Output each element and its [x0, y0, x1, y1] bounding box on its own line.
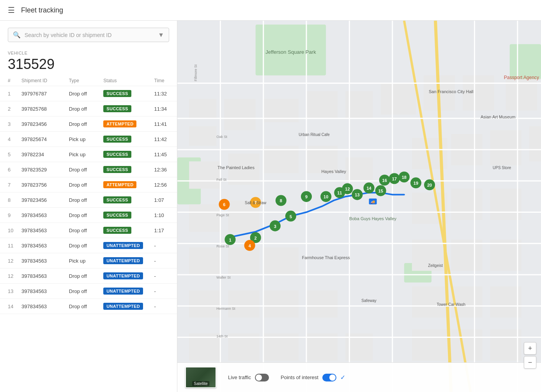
table-row[interactable]: 13 397834563 Drop off UNATTEMPTED -	[0, 284, 177, 299]
vehicle-label: VEHICLE	[8, 51, 169, 55]
status-badge: UNATTEMPTED	[103, 242, 143, 249]
col-num: #	[0, 76, 18, 86]
svg-rect-15	[189, 161, 220, 189]
svg-text:Urban Ritual Cafe: Urban Ritual Cafe	[299, 132, 330, 137]
live-traffic-label: Live traffic	[228, 374, 251, 380]
table-row[interactable]: 10 397834563 Drop off SUCCESS 1:17	[0, 223, 177, 238]
cell-status: UNATTEMPTED	[100, 268, 151, 284]
cell-shipment-id: 397823756	[18, 177, 66, 192]
search-box[interactable]: 🔍 Search by vehicle ID or shipment ID ▼	[8, 28, 169, 42]
svg-rect-31	[263, 247, 299, 275]
poi-toggle-group: Points of interest ✓	[281, 374, 345, 381]
svg-text:Fillmore St: Fillmore St	[194, 64, 198, 81]
svg-text:14th St: 14th St	[216, 334, 228, 338]
zoom-in-button[interactable]: +	[524, 342, 536, 355]
cell-type: Drop off	[66, 284, 101, 299]
table-row[interactable]: 8 397823456 Drop off SUCCESS 1:07	[0, 192, 177, 208]
cell-time: 11:32	[151, 86, 177, 101]
svg-rect-34	[490, 240, 522, 271]
status-badge: UNATTEMPTED	[103, 272, 143, 279]
cell-shipment-id: 397823529	[18, 162, 66, 177]
cell-status: UNATTEMPTED	[100, 284, 151, 299]
cell-num: 7	[0, 177, 18, 192]
vehicle-section: VEHICLE 315529	[0, 46, 177, 76]
cell-type: Drop off	[66, 192, 101, 208]
svg-text:18: 18	[402, 175, 407, 180]
col-status: Status	[100, 76, 151, 86]
svg-text:13: 13	[355, 192, 359, 197]
table-row[interactable]: 12 397834563 Drop off UNATTEMPTED -	[0, 268, 177, 284]
svg-text:17: 17	[392, 177, 397, 181]
table-row[interactable]: 4 397825674 Pick up SUCCESS 11:42	[0, 132, 177, 147]
cell-type: Drop off	[66, 223, 101, 238]
sidebar: 🔍 Search by vehicle ID or shipment ID ▼ …	[0, 21, 177, 392]
cell-time: 1:10	[151, 208, 177, 223]
status-badge: UNATTEMPTED	[103, 288, 143, 295]
cell-time: -	[151, 238, 177, 253]
status-badge: UNATTEMPTED	[103, 257, 143, 264]
status-badge: SUCCESS	[103, 166, 131, 173]
zoom-out-button[interactable]: −	[524, 356, 536, 369]
svg-text:2: 2	[255, 236, 257, 240]
satellite-label: Satellite	[192, 381, 209, 386]
svg-rect-14	[506, 79, 537, 110]
svg-text:Safeway: Safeway	[361, 298, 376, 303]
table-row[interactable]: 2 397825768 Drop off SUCCESS 11:34	[0, 101, 177, 117]
main-layout: 🔍 Search by vehicle ID or shipment ID ▼ …	[0, 21, 541, 392]
svg-rect-27	[451, 189, 482, 220]
cell-type: Drop off	[66, 101, 101, 117]
table-row[interactable]: 3 397823456 Drop off ATTEMPTED 11:41	[0, 117, 177, 132]
cell-num: 9	[0, 208, 18, 223]
svg-text:9: 9	[305, 194, 308, 199]
poi-label: Points of interest	[281, 374, 318, 380]
search-area: 🔍 Search by vehicle ID or shipment ID ▼	[0, 21, 177, 46]
table-row[interactable]: 7 397823756 Drop off ATTEMPTED 12:56	[0, 177, 177, 192]
cell-time: -	[151, 253, 177, 268]
table-row[interactable]: 1 397976787 Drop off SUCCESS 11:32	[0, 86, 177, 101]
satellite-thumbnail[interactable]: Satellite	[185, 367, 216, 388]
shipment-table-container: # Shipment ID Type Status Time 1 3979767…	[0, 76, 177, 392]
svg-text:UPS Store: UPS Store	[493, 166, 511, 170]
map-background[interactable]: 1 2 3 4 5 6 7 8	[177, 21, 541, 392]
svg-rect-49	[490, 329, 522, 360]
svg-text:Rose St: Rose St	[216, 244, 229, 248]
status-badge: SUCCESS	[103, 196, 131, 203]
status-badge: ATTEMPTED	[103, 181, 136, 188]
status-badge: SUCCESS	[103, 227, 131, 234]
cell-type: Drop off	[66, 177, 101, 192]
table-row[interactable]: 14 397834563 Drop off UNATTEMPTED -	[0, 299, 177, 314]
status-badge: SUCCESS	[103, 212, 131, 219]
cell-status: SUCCESS	[100, 147, 151, 162]
status-badge: SUCCESS	[103, 136, 131, 143]
cell-type: Drop off	[66, 268, 101, 284]
svg-rect-2	[510, 44, 541, 79]
table-row[interactable]: 12 397834563 Pick up UNATTEMPTED -	[0, 253, 177, 268]
cell-num: 11	[0, 238, 18, 253]
cell-type: Drop off	[66, 162, 101, 177]
svg-rect-41	[490, 286, 522, 318]
map-controls: + −	[524, 342, 536, 369]
cell-num: 4	[0, 132, 18, 147]
cell-time: 1:07	[151, 192, 177, 208]
search-icon: 🔍	[13, 31, 21, 39]
cell-status: SUCCESS	[100, 223, 151, 238]
svg-text:Hayes Valley: Hayes Valley	[322, 169, 347, 174]
svg-rect-5	[189, 99, 216, 118]
search-dropdown-icon[interactable]: ▼	[158, 32, 164, 39]
svg-text:San Francisco City Hall: San Francisco City Hall	[429, 89, 473, 94]
svg-text:15: 15	[378, 189, 383, 193]
svg-rect-36	[228, 290, 259, 318]
table-header-row: # Shipment ID Type Status Time	[0, 76, 177, 86]
table-row[interactable]: 6 397823529 Drop off SUCCESS 12:36	[0, 162, 177, 177]
table-row[interactable]: 11 397834563 Drop off UNATTEMPTED -	[0, 238, 177, 253]
menu-icon[interactable]: ☰	[8, 5, 15, 15]
cell-time: -	[151, 299, 177, 314]
table-row[interactable]: 5 39782234 Pick up SUCCESS 11:45	[0, 147, 177, 162]
cell-status: SUCCESS	[100, 132, 151, 147]
cell-num: 10	[0, 223, 18, 238]
cell-shipment-id: 397834563	[18, 299, 66, 314]
svg-rect-11	[381, 83, 416, 115]
table-row[interactable]: 9 397834563 Drop off SUCCESS 1:10	[0, 208, 177, 223]
poi-toggle[interactable]	[322, 374, 336, 381]
live-traffic-toggle[interactable]	[255, 374, 269, 381]
